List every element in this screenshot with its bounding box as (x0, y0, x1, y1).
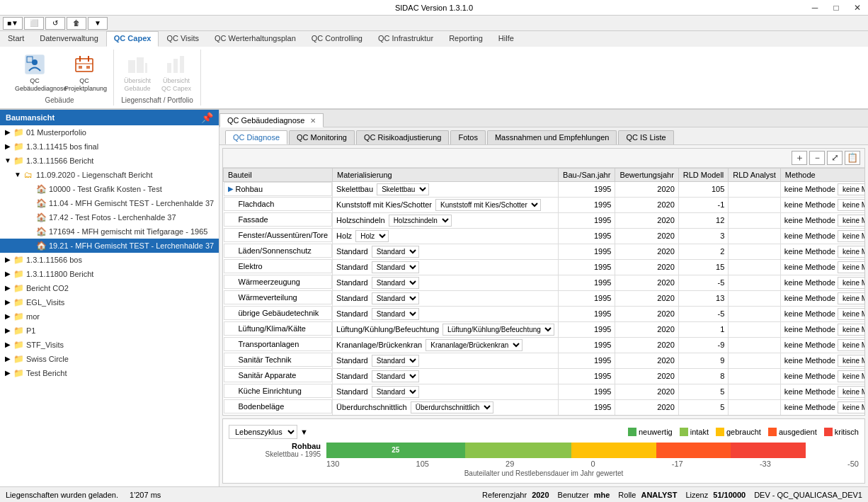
tree-item-stf-visits[interactable]: ▶ 📁 STF_Visits (0, 338, 219, 352)
tree-item-11566-bos[interactable]: ▶ 📁 1.3.1.11566 bos (0, 253, 219, 267)
mat-dropdown[interactable]: Kunststoff mit Kies/Schotter (435, 199, 541, 211)
inner-tab-fotos[interactable]: Fotos (450, 130, 486, 144)
delete-button[interactable]: 🗑 (67, 17, 86, 30)
tree-toggle[interactable]: ▶ (3, 312, 13, 321)
tree-toggle[interactable]: ▶ (3, 142, 13, 152)
table-row[interactable]: übrige Gebäudetechnik Standard Standard … (224, 306, 865, 321)
table-row[interactable]: Flachdach Kunststoff mit Kies/Schotter K… (224, 197, 865, 212)
mat-dropdown[interactable]: Standard (372, 277, 419, 289)
table-row[interactable]: Sanitär Apparate Standard Standard 1995 … (224, 368, 865, 384)
methode-dropdown[interactable]: keine Methode (838, 277, 864, 289)
methode-dropdown[interactable]: keine Methode (838, 246, 864, 258)
tree-item-musterporfolio[interactable]: ▶ 📁 01 Musterporfolio (0, 125, 219, 139)
tab-qc-capex[interactable]: QC Capex (106, 31, 159, 47)
mat-dropdown[interactable]: Standard (372, 386, 419, 398)
sidebar-pin-button[interactable]: 📌 (201, 112, 213, 123)
inner-tab-qc-is-liste[interactable]: QC IS Liste (618, 130, 673, 144)
maximize-button[interactable]: □ (826, 0, 847, 16)
tree-item-1104[interactable]: 🏠 11.04 - MFH Gemischt TEST - Lerchenhal… (0, 196, 219, 210)
mat-dropdown[interactable]: Lüftung/Kühlung/Befeuchtung (442, 324, 554, 336)
chart-type-selector[interactable]: Lebenszyklus (229, 425, 297, 439)
methode-dropdown[interactable]: keine Methode (838, 355, 864, 367)
methode-dropdown[interactable]: keine Methode (838, 183, 864, 195)
mat-dropdown[interactable]: Standard (372, 308, 419, 320)
methode-dropdown[interactable]: keine Methode (838, 370, 864, 382)
tree-item-liegenschaft[interactable]: ▼ 🗂 11.09.2020 - Liegenschaft Bericht (0, 168, 219, 182)
expand-icon[interactable]: ▶ (228, 185, 234, 193)
methode-dropdown[interactable]: keine Methode (838, 261, 864, 273)
methode-dropdown[interactable]: keine Methode (838, 215, 864, 227)
minimize-button[interactable]: ─ (804, 0, 826, 16)
tab-qc-controlling[interactable]: QC Controlling (304, 31, 370, 47)
tree-toggle[interactable]: ▶ (3, 340, 13, 350)
tab-reporting[interactable]: Reporting (441, 31, 491, 47)
expand-button[interactable]: ⤢ (827, 151, 843, 165)
tree-item-10000[interactable]: 🏠 10000 - Test Grafik Kosten - Test (0, 182, 219, 196)
undo-button[interactable]: ↺ (45, 17, 65, 30)
methode-dropdown[interactable]: keine Methode (838, 230, 864, 242)
table-row[interactable]: Läden/Sonnenschutz Standard Standard 199… (224, 244, 865, 259)
mat-dropdown[interactable]: Überdurchschnittlich (411, 401, 493, 413)
table-row[interactable]: Transportanlagen Krananlage/Brückenkran … (224, 337, 865, 353)
content-tab-close-button[interactable]: ✕ (310, 117, 316, 125)
methode-dropdown[interactable]: keine Methode (838, 339, 864, 351)
methode-dropdown[interactable]: keine Methode (838, 324, 864, 336)
mat-dropdown[interactable]: Standard (372, 370, 419, 382)
more-button[interactable]: ▼ (88, 17, 108, 30)
qc-gebaeidediagnose-button[interactable]: QCGebäudediagnose (11, 51, 58, 95)
table-row[interactable]: Fassade Holzschindeln Holzschindeln 1995… (224, 212, 865, 228)
content-tab-qc-gebaeudediagnose[interactable]: QC Gebäudediagnose ✕ (219, 113, 324, 127)
mat-dropdown[interactable]: Holzschindeln (389, 215, 452, 227)
remove-row-button[interactable]: － (809, 151, 825, 165)
tree-toggle[interactable]: ▼ (3, 156, 13, 166)
methode-dropdown[interactable]: keine Methode (838, 199, 864, 211)
add-row-button[interactable]: ＋ (792, 151, 807, 165)
inner-tab-qc-diagnose[interactable]: QC Diagnose (225, 130, 287, 144)
mat-dropdown[interactable]: Standard (372, 261, 419, 273)
tree-item-1921[interactable]: 🏠 19.21 - MFH Gemischt TEST - Lerchenhal… (0, 239, 219, 253)
tab-start[interactable]: Start (0, 31, 32, 47)
mat-dropdown[interactable]: Standard (372, 292, 419, 304)
tree-toggle[interactable]: ▶ (3, 326, 13, 336)
mat-dropdown[interactable]: Standard (372, 246, 419, 258)
tree-toggle[interactable]: ▶ (3, 297, 13, 307)
tree-toggle[interactable]: ▼ (13, 170, 23, 180)
tab-datenverwaltung[interactable]: Datenverwaltung (32, 31, 106, 47)
tree-toggle[interactable]: ▶ (3, 269, 13, 279)
uebersicht-qc-capex-button[interactable]: ÜbersichtQC Capex (158, 51, 195, 95)
tab-hilfe[interactable]: Hilfe (491, 31, 522, 47)
uebersicht-gebaeude-button[interactable]: ÜbersichtGebäude (120, 51, 155, 95)
tab-qc-infrastruktur[interactable]: QC Infrastruktur (370, 31, 441, 47)
table-row[interactable]: Sanitär Technik Standard Standard 1995 2… (224, 353, 865, 368)
tree-item-test-bericht[interactable]: ▶ 📁 Test Bericht (0, 366, 219, 380)
tree-toggle[interactable]: ▶ (3, 283, 13, 293)
mat-dropdown[interactable]: Standard (372, 355, 419, 367)
tab-werterhaltungsplan[interactable]: QC Werterhaltungsplan (207, 31, 304, 47)
tree-item-11415[interactable]: ▶ 📁 1.3.1.11415 bos final (0, 139, 219, 154)
methode-dropdown[interactable]: keine Methode (838, 401, 864, 413)
table-row[interactable]: Bodenbeläge Überdurchschnittlich Überdur… (224, 399, 865, 415)
table-row[interactable]: Fenster/Aussentüren/Tore Holz Holz 1995 … (224, 228, 865, 244)
methode-dropdown[interactable]: keine Methode (838, 386, 864, 398)
app-menu-button[interactable]: ■▼ (3, 17, 23, 30)
tree-item-1742[interactable]: 🏠 17.42 - Test Fotos - Lerchenhalde 37 (0, 210, 219, 224)
table-row[interactable]: Elektro Standard Standard 1995 2020 15 k… (224, 259, 865, 275)
tree-item-11566-bericht[interactable]: ▼ 📁 1.3.1.11566 Bericht (0, 154, 219, 168)
tree-item-swiss-circle[interactable]: ▶ 📁 Swiss Circle (0, 352, 219, 366)
tree-toggle[interactable]: ▶ (3, 255, 13, 265)
tree-item-bericht-co2[interactable]: ▶ 📁 Bericht CO2 (0, 281, 219, 295)
tree-toggle[interactable]: ▶ (3, 127, 13, 137)
inner-tab-qc-monitoring[interactable]: QC Monitoring (289, 130, 355, 144)
tree-toggle[interactable]: ▶ (3, 354, 13, 364)
table-row[interactable]: Küche Einrichtung Standard Standard 1995… (224, 384, 865, 399)
table-scroll-area[interactable]: Bauteil Materialisierung Bau-/San.jahr B… (223, 168, 864, 415)
inner-tab-qc-risikoadjustierung[interactable]: QC Risikoadjustierung (356, 130, 449, 144)
new-button[interactable]: ⬜ (24, 17, 44, 30)
tree-item-171694[interactable]: 🏠 171694 - MFH gemischt mit Tiefgarage -… (0, 224, 219, 239)
table-row[interactable]: ▶ Rohbau Skelettbau Skelettbau 1995 2020… (224, 181, 865, 197)
export-button[interactable]: 📋 (845, 151, 860, 165)
tree-item-11800[interactable]: ▶ 📁 1.3.1.11800 Bericht (0, 267, 219, 281)
tree-item-egl-visits[interactable]: ▶ 📁 EGL_Visits (0, 295, 219, 309)
mat-dropdown[interactable]: Holz (355, 230, 389, 242)
tree-item-p1[interactable]: ▶ 📁 P1 (0, 324, 219, 338)
